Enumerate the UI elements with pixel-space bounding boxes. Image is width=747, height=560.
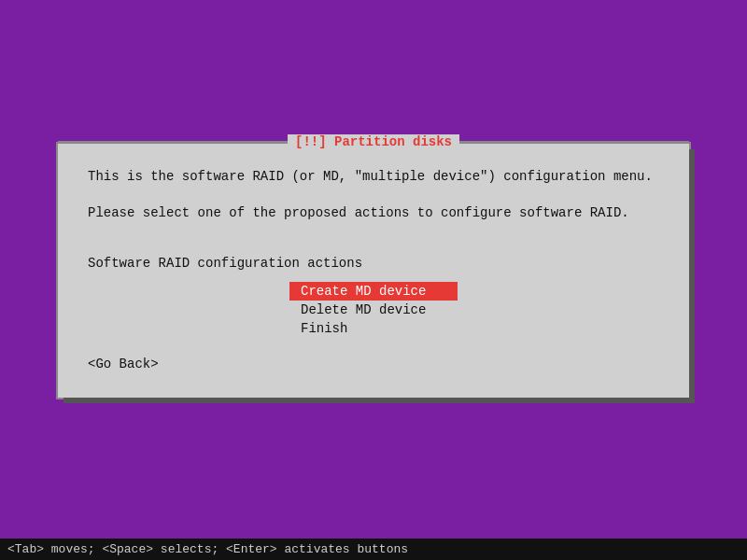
go-back-area: <Go Back> — [88, 357, 659, 379]
dialog-box: [!!] Partition disks This is the softwar… — [56, 142, 691, 399]
menu-item[interactable]: Create MD device — [289, 282, 458, 301]
title-line-right — [459, 141, 689, 143]
shadow-bottom — [63, 398, 695, 403]
dialog-content: This is the software RAID (or MD, "multi… — [58, 144, 689, 397]
title-line-left — [58, 141, 288, 143]
title-bar: [!!] Partition disks — [58, 134, 689, 149]
shadow-right — [689, 149, 695, 402]
menu-item[interactable]: Finish — [289, 319, 458, 338]
section-title: Software RAID configuration actions — [88, 253, 659, 273]
status-text: <Tab> moves; <Space> selects; <Enter> ac… — [7, 542, 408, 556]
go-back-button[interactable]: <Go Back> — [88, 357, 159, 371]
dialog-wrapper: [!!] Partition disks This is the softwar… — [56, 142, 691, 399]
description-line2: Please select one of the proposed action… — [88, 203, 659, 223]
menu-list: Create MD deviceDelete MD deviceFinish — [88, 282, 659, 338]
menu-item[interactable]: Delete MD device — [289, 301, 458, 319]
dialog-title: [!!] Partition disks — [288, 134, 459, 149]
description-line1: This is the software RAID (or MD, "multi… — [88, 166, 659, 187]
status-bar: <Tab> moves; <Space> selects; <Enter> ac… — [0, 539, 747, 560]
